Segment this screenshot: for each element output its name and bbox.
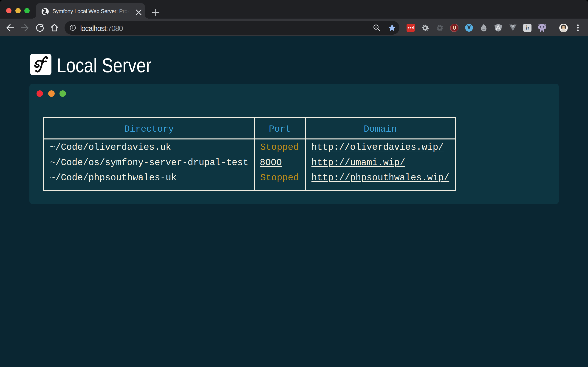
svg-text:U: U bbox=[453, 25, 456, 31]
svg-text:h: h bbox=[526, 24, 529, 31]
